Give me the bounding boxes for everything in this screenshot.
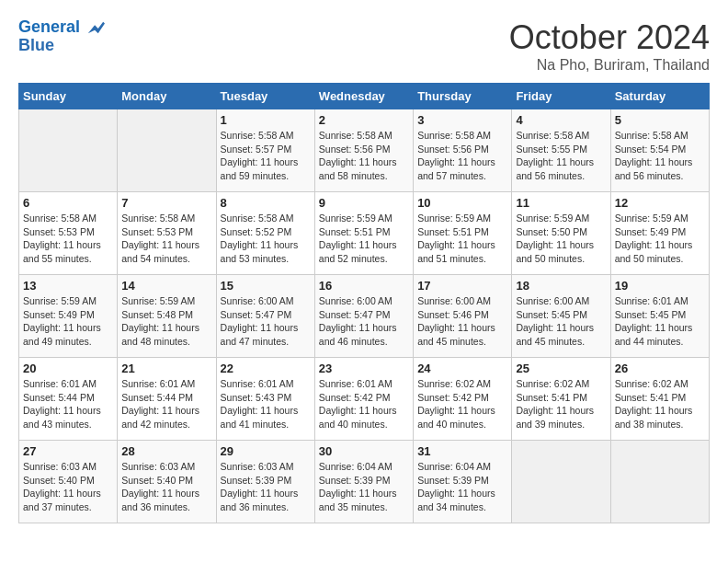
calendar-week-4: 20Sunrise: 6:01 AMSunset: 5:44 PMDayligh… [19, 358, 710, 441]
day-info: Sunrise: 5:58 AMSunset: 5:56 PMDaylight:… [417, 129, 507, 183]
calendar-cell: 22Sunrise: 6:01 AMSunset: 5:43 PMDayligh… [216, 358, 314, 441]
day-info: Sunrise: 6:01 AMSunset: 5:44 PMDaylight:… [23, 377, 113, 431]
day-info: Sunrise: 6:01 AMSunset: 5:45 PMDaylight:… [615, 294, 705, 349]
day-number: 15 [221, 279, 311, 293]
weekday-header-monday: Monday [118, 84, 216, 109]
calendar-cell [610, 441, 709, 523]
calendar-cell: 16Sunrise: 6:00 AMSunset: 5:47 PMDayligh… [314, 275, 413, 358]
day-info: Sunrise: 5:58 AMSunset: 5:53 PMDaylight:… [121, 212, 211, 266]
logo-bird-icon [86, 18, 105, 37]
day-info: Sunrise: 6:04 AMSunset: 5:39 PMDaylight:… [319, 460, 409, 514]
calendar-cell: 11Sunrise: 5:59 AMSunset: 5:50 PMDayligh… [512, 192, 610, 275]
calendar-week-3: 13Sunrise: 5:59 AMSunset: 5:49 PMDayligh… [19, 275, 710, 358]
weekday-header-wednesday: Wednesday [314, 84, 413, 109]
day-number: 29 [221, 444, 311, 458]
day-info: Sunrise: 5:59 AMSunset: 5:51 PMDaylight:… [417, 212, 507, 266]
day-info: Sunrise: 6:03 AMSunset: 5:40 PMDaylight:… [23, 460, 113, 514]
day-number: 14 [121, 279, 211, 293]
month-title: October 2024 [509, 18, 710, 57]
calendar-cell: 9Sunrise: 5:59 AMSunset: 5:51 PMDaylight… [314, 192, 413, 275]
day-info: Sunrise: 5:58 AMSunset: 5:56 PMDaylight:… [319, 129, 409, 183]
calendar-cell: 20Sunrise: 6:01 AMSunset: 5:44 PMDayligh… [19, 358, 118, 441]
day-info: Sunrise: 6:01 AMSunset: 5:43 PMDaylight:… [221, 377, 311, 431]
day-number: 12 [615, 196, 705, 210]
day-number: 4 [516, 113, 606, 127]
day-number: 2 [319, 113, 409, 127]
calendar-cell: 8Sunrise: 5:58 AMSunset: 5:52 PMDaylight… [216, 192, 314, 275]
day-number: 9 [319, 196, 409, 210]
calendar-cell [19, 109, 118, 192]
day-info: Sunrise: 6:04 AMSunset: 5:39 PMDaylight:… [417, 460, 507, 514]
day-number: 11 [516, 196, 606, 210]
calendar-cell: 3Sunrise: 5:58 AMSunset: 5:56 PMDaylight… [414, 109, 512, 192]
day-info: Sunrise: 6:02 AMSunset: 5:42 PMDaylight:… [417, 377, 507, 431]
day-info: Sunrise: 5:59 AMSunset: 5:48 PMDaylight:… [121, 294, 211, 349]
day-number: 20 [23, 362, 113, 375]
day-number: 6 [23, 196, 113, 210]
calendar-cell: 18Sunrise: 6:00 AMSunset: 5:45 PMDayligh… [512, 275, 610, 358]
calendar-cell: 10Sunrise: 5:59 AMSunset: 5:51 PMDayligh… [414, 192, 512, 275]
svg-marker-0 [88, 22, 105, 34]
day-number: 26 [615, 362, 705, 375]
day-number: 5 [615, 113, 705, 127]
day-number: 23 [319, 362, 409, 375]
calendar-week-5: 27Sunrise: 6:03 AMSunset: 5:40 PMDayligh… [19, 441, 710, 523]
day-number: 8 [221, 196, 311, 210]
weekday-header-saturday: Saturday [610, 84, 709, 109]
day-info: Sunrise: 5:59 AMSunset: 5:51 PMDaylight:… [319, 212, 409, 266]
day-info: Sunrise: 6:02 AMSunset: 5:41 PMDaylight:… [516, 377, 606, 431]
calendar-week-1: 1Sunrise: 5:58 AMSunset: 5:57 PMDaylight… [19, 109, 710, 192]
day-number: 16 [319, 279, 409, 293]
calendar-cell: 7Sunrise: 5:58 AMSunset: 5:53 PMDaylight… [118, 192, 216, 275]
day-number: 1 [221, 113, 311, 127]
calendar-cell: 13Sunrise: 5:59 AMSunset: 5:49 PMDayligh… [19, 275, 118, 358]
calendar-cell [512, 441, 610, 523]
calendar-header-row: SundayMondayTuesdayWednesdayThursdayFrid… [19, 84, 710, 109]
day-number: 30 [319, 444, 409, 458]
calendar-cell: 31Sunrise: 6:04 AMSunset: 5:39 PMDayligh… [414, 441, 512, 523]
day-number: 10 [417, 196, 507, 210]
day-info: Sunrise: 5:58 AMSunset: 5:54 PMDaylight:… [615, 129, 705, 183]
calendar-cell: 25Sunrise: 6:02 AMSunset: 5:41 PMDayligh… [512, 358, 610, 441]
weekday-header-sunday: Sunday [19, 84, 118, 109]
day-info: Sunrise: 5:58 AMSunset: 5:53 PMDaylight:… [23, 212, 113, 266]
day-number: 7 [121, 196, 211, 210]
calendar-cell: 23Sunrise: 6:01 AMSunset: 5:42 PMDayligh… [314, 358, 413, 441]
day-info: Sunrise: 5:58 AMSunset: 5:55 PMDaylight:… [516, 129, 606, 183]
calendar-cell: 1Sunrise: 5:58 AMSunset: 5:57 PMDaylight… [216, 109, 314, 192]
day-info: Sunrise: 6:00 AMSunset: 5:46 PMDaylight:… [417, 294, 507, 349]
calendar-cell: 28Sunrise: 6:03 AMSunset: 5:40 PMDayligh… [118, 441, 216, 523]
day-number: 24 [417, 362, 507, 375]
calendar-cell: 19Sunrise: 6:01 AMSunset: 5:45 PMDayligh… [610, 275, 709, 358]
logo: General Blue [18, 18, 105, 55]
day-info: Sunrise: 6:00 AMSunset: 5:45 PMDaylight:… [516, 294, 606, 349]
day-info: Sunrise: 5:59 AMSunset: 5:50 PMDaylight:… [516, 212, 606, 266]
day-info: Sunrise: 6:02 AMSunset: 5:41 PMDaylight:… [615, 377, 705, 431]
calendar-cell: 21Sunrise: 6:01 AMSunset: 5:44 PMDayligh… [118, 358, 216, 441]
weekday-header-thursday: Thursday [414, 84, 512, 109]
calendar-cell: 6Sunrise: 5:58 AMSunset: 5:53 PMDaylight… [19, 192, 118, 275]
page-header: General Blue October 2024 Na Pho, Burira… [18, 18, 710, 74]
day-number: 27 [23, 444, 113, 458]
day-info: Sunrise: 5:58 AMSunset: 5:57 PMDaylight:… [221, 129, 311, 183]
day-number: 21 [121, 362, 211, 375]
calendar-cell: 2Sunrise: 5:58 AMSunset: 5:56 PMDaylight… [314, 109, 413, 192]
calendar-table: SundayMondayTuesdayWednesdayThursdayFrid… [18, 83, 710, 523]
day-number: 18 [516, 279, 606, 293]
day-number: 22 [221, 362, 311, 375]
calendar-cell: 29Sunrise: 6:03 AMSunset: 5:39 PMDayligh… [216, 441, 314, 523]
calendar-cell [118, 109, 216, 192]
day-info: Sunrise: 5:59 AMSunset: 5:49 PMDaylight:… [615, 212, 705, 266]
calendar-week-2: 6Sunrise: 5:58 AMSunset: 5:53 PMDaylight… [19, 192, 710, 275]
day-number: 13 [23, 279, 113, 293]
day-number: 3 [417, 113, 507, 127]
day-number: 17 [417, 279, 507, 293]
calendar-cell: 24Sunrise: 6:02 AMSunset: 5:42 PMDayligh… [414, 358, 512, 441]
calendar-cell: 5Sunrise: 5:58 AMSunset: 5:54 PMDaylight… [610, 109, 709, 192]
weekday-header-friday: Friday [512, 84, 610, 109]
calendar-cell: 15Sunrise: 6:00 AMSunset: 5:47 PMDayligh… [216, 275, 314, 358]
title-block: October 2024 Na Pho, Buriram, Thailand [509, 18, 710, 74]
calendar-cell: 12Sunrise: 5:59 AMSunset: 5:49 PMDayligh… [610, 192, 709, 275]
calendar-cell: 4Sunrise: 5:58 AMSunset: 5:55 PMDaylight… [512, 109, 610, 192]
day-info: Sunrise: 5:58 AMSunset: 5:52 PMDaylight:… [221, 212, 311, 266]
